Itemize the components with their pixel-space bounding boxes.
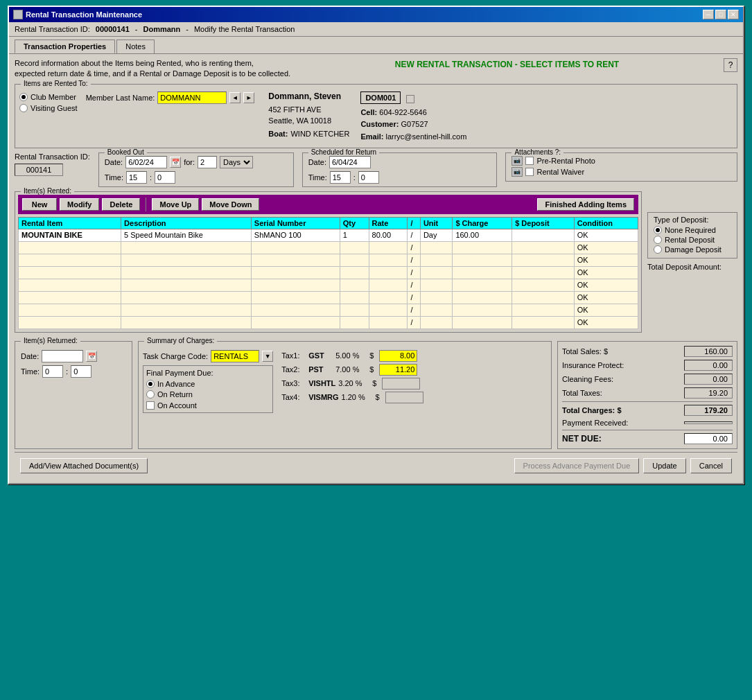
- table-cell: [369, 279, 408, 291]
- table-cell: [420, 279, 452, 291]
- items-rented-box: Item(s) Rented: New Modify Delete Move U…: [15, 191, 642, 333]
- days-select[interactable]: Days: [220, 156, 253, 168]
- for-value-input[interactable]: [198, 156, 217, 168]
- camera-icon1[interactable]: 📷: [511, 156, 523, 166]
- tax1-row: Tax1: GST 5.00 % $: [281, 350, 423, 362]
- none-required-radio[interactable]: None Required: [654, 226, 731, 234]
- cancel-button[interactable]: Cancel: [690, 458, 732, 473]
- table-cell: [121, 241, 252, 254]
- main-title: NEW RENTAL TRANSACTION - SELECT ITEMS TO…: [290, 58, 724, 69]
- items-rented-to-group: Items are Rented To: Club Member Visitin…: [15, 84, 737, 148]
- table-cell: [251, 266, 340, 279]
- on-account-checkbox[interactable]: [146, 401, 155, 410]
- table-cell: [19, 291, 121, 304]
- return-date-input[interactable]: [329, 156, 371, 168]
- booked-time-min[interactable]: [155, 171, 175, 184]
- rental-deposit-radio-btn[interactable]: [654, 236, 662, 244]
- move-down-button[interactable]: Move Down: [202, 198, 259, 211]
- return-time-hour[interactable]: [330, 171, 351, 184]
- booked-date-input[interactable]: [125, 156, 167, 168]
- tax3-name: VISHTL: [308, 379, 335, 387]
- summary-left: Task Charge Code: ▼ Final Payment Due: I…: [143, 350, 273, 413]
- in-advance-radio[interactable]: In Advance: [146, 380, 270, 388]
- finished-button[interactable]: Finished Adding Items: [537, 198, 634, 211]
- search-button2[interactable]: ►: [243, 92, 254, 103]
- booked-date-row: Date: 📅 for: Days: [105, 156, 288, 168]
- minimize-button[interactable]: ─: [703, 10, 714, 19]
- search-button1[interactable]: ◄: [229, 92, 241, 103]
- task-charge-input[interactable]: [211, 350, 259, 362]
- visiting-guest-radio[interactable]: Visiting Guest: [19, 104, 78, 112]
- damage-deposit-radio-btn[interactable]: [654, 245, 662, 254]
- total-sales-label: Total Sales: $: [562, 347, 608, 356]
- tax1-input[interactable]: [379, 350, 417, 362]
- booking-row: Rental Transaction ID: 000141 Booked Out…: [15, 152, 737, 187]
- visiting-guest-radio-btn[interactable]: [19, 104, 28, 112]
- modify-button[interactable]: Modify: [60, 198, 99, 211]
- club-member-radio-btn[interactable]: [19, 93, 28, 101]
- email-value: larryc@sentinel-hill.com: [385, 132, 466, 141]
- task-charge-btn[interactable]: ▼: [262, 351, 273, 362]
- on-return-radio-btn[interactable]: [146, 390, 155, 399]
- table-cell: [19, 316, 121, 329]
- delete-button[interactable]: Delete: [102, 198, 140, 211]
- table-cell: [19, 254, 121, 266]
- tax4-input[interactable]: [385, 392, 423, 403]
- table-cell: [420, 316, 452, 329]
- deposit-total: Total Deposit Amount:: [647, 263, 737, 271]
- returned-time-hour[interactable]: [42, 365, 63, 378]
- club-member-label: Club Member: [30, 93, 76, 101]
- restore-button[interactable]: □: [715, 10, 726, 19]
- camera-icon2[interactable]: 📷: [511, 167, 523, 177]
- close-button[interactable]: ✕: [728, 10, 739, 19]
- customer-name: Dommann: [143, 25, 180, 33]
- tax3-input[interactable]: [382, 378, 420, 390]
- damage-deposit-radio[interactable]: Damage Deposit: [654, 245, 731, 254]
- member-id-checkbox: [406, 95, 414, 103]
- rental-deposit-radio[interactable]: Rental Deposit: [654, 236, 731, 244]
- returned-date-picker[interactable]: 📅: [86, 351, 97, 362]
- returned-time-min[interactable]: [71, 365, 91, 378]
- pre-rental-label: Pre-Rental Photo: [536, 157, 595, 165]
- booked-time-hour[interactable]: [126, 171, 147, 184]
- tab-transaction-properties[interactable]: Transaction Properties: [15, 40, 115, 53]
- process-advance-button[interactable]: Process Advance Payment Due: [514, 458, 640, 473]
- move-up-button[interactable]: Move Up: [152, 198, 199, 211]
- help-icon[interactable]: ?: [724, 58, 737, 72]
- table-cell: 5 Speed Mountain Bike: [121, 229, 252, 241]
- instruction-line2: expected return date & time, and if a Re…: [15, 69, 290, 79]
- none-required-radio-btn[interactable]: [654, 226, 662, 234]
- returned-date-input[interactable]: [42, 350, 83, 362]
- new-button[interactable]: New: [22, 198, 57, 211]
- pre-rental-checkbox[interactable]: [525, 157, 534, 165]
- none-required-label: None Required: [665, 226, 716, 234]
- in-advance-radio-btn[interactable]: [146, 380, 155, 388]
- table-cell: /: [408, 241, 420, 254]
- club-member-radio[interactable]: Club Member: [19, 93, 78, 101]
- tax2-input[interactable]: [379, 364, 417, 376]
- tab-notes[interactable]: Notes: [116, 40, 155, 53]
- returned-time-colon: :: [66, 367, 68, 376]
- summary-inner: Task Charge Code: ▼ Final Payment Due: I…: [143, 350, 547, 413]
- table-cell: [369, 254, 408, 266]
- last-name-input[interactable]: [157, 91, 227, 104]
- table-cell: OK: [574, 241, 638, 254]
- total-sales-value: 160.00: [684, 346, 733, 357]
- attachments-box: Attachments ?: 📷 Pre-Rental Photo 📷 Rent…: [505, 152, 737, 182]
- visiting-guest-label: Visiting Guest: [30, 104, 78, 112]
- email-row: Email: larryc@sentinel-hill.com: [360, 131, 466, 143]
- col-rate: Rate: [369, 217, 408, 229]
- title-controls: ─ □ ✕: [703, 10, 739, 19]
- total-taxes-row: Total Taxes: 19.20: [562, 387, 733, 399]
- on-return-radio[interactable]: On Return: [146, 390, 270, 399]
- bottom-btn-right: Process Advance Payment Due Update Cance…: [514, 458, 732, 473]
- rental-waiver-checkbox[interactable]: [525, 168, 534, 176]
- booked-date-picker[interactable]: 📅: [170, 157, 181, 168]
- update-button[interactable]: Update: [643, 458, 685, 473]
- return-time-min[interactable]: [358, 171, 379, 184]
- customer-row: Customer: G07527: [360, 119, 466, 131]
- net-due-value: 0.00: [684, 433, 733, 444]
- add-view-button[interactable]: Add/View Attached Document(s): [20, 458, 148, 473]
- table-cell: [340, 241, 369, 254]
- info-separator2: -: [186, 25, 189, 33]
